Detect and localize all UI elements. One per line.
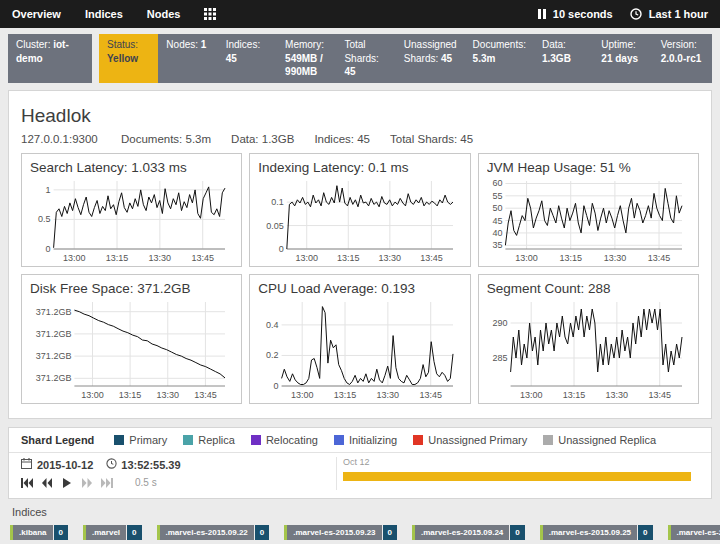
chart-plot-search-latency: 13:0013:1513:3013:4510.50 bbox=[30, 176, 233, 264]
clock-icon bbox=[630, 8, 642, 20]
stat-value: 45 bbox=[441, 53, 452, 64]
badge-index-name: .kibana bbox=[13, 525, 53, 540]
cluster-stat-version: Version: 2.0.0-rc1 bbox=[653, 34, 712, 83]
cluster-stat-memory: Memory: 549MB / 990MB bbox=[277, 34, 336, 83]
stat-label: Memory: bbox=[285, 39, 324, 50]
svg-text:40: 40 bbox=[492, 227, 502, 237]
shard-panel: Shard Legend PrimaryReplicaRelocatingIni… bbox=[8, 427, 712, 499]
badge-shard-count: 0 bbox=[638, 525, 652, 540]
timeline-date[interactable]: 2015-10-12 bbox=[37, 459, 93, 471]
svg-text:13:30: 13:30 bbox=[603, 253, 626, 263]
timeline-track[interactable]: Oct 12 bbox=[336, 457, 699, 490]
node-stat: Data: 1.3GB bbox=[231, 133, 294, 145]
svg-text:0: 0 bbox=[46, 244, 51, 254]
playback-speed[interactable]: 0.5 s bbox=[135, 477, 157, 488]
stat-value: 1.3GB bbox=[542, 53, 571, 64]
svg-text:371.2GB: 371.2GB bbox=[36, 328, 72, 338]
cluster-stat-nodes: Nodes: 1 bbox=[158, 34, 217, 83]
svg-text:13:00: 13:00 bbox=[63, 253, 86, 263]
badge-shard-count: 0 bbox=[54, 525, 68, 540]
pause-icon[interactable] bbox=[538, 9, 546, 19]
chart-title-search-latency: Search Latency: 1.033 ms bbox=[30, 160, 233, 175]
skip-to-end-button[interactable] bbox=[101, 478, 113, 488]
timeline-bar[interactable] bbox=[343, 472, 691, 481]
legend-label: Relocating bbox=[266, 434, 318, 446]
skip-to-start-button[interactable] bbox=[21, 478, 33, 488]
stat-label: Uptime: bbox=[601, 39, 635, 50]
chart-plot-segment-count: 13:0013:1513:3013:45290285 bbox=[487, 297, 690, 401]
svg-text:13:00: 13:00 bbox=[81, 390, 104, 400]
svg-text:13:00: 13:00 bbox=[515, 253, 538, 263]
index-badge-marvel-es-2015-09-22[interactable]: .marvel-es-2015.09.220 bbox=[157, 525, 270, 540]
chart-title-cpu-load-average: CPU Load Average: 0.193 bbox=[258, 281, 461, 296]
legend-swatch-unassigned-primary bbox=[413, 435, 423, 445]
svg-text:13:45: 13:45 bbox=[194, 390, 217, 400]
index-badge-marvel-es-2015-09-24[interactable]: .marvel-es-2015.09.240 bbox=[412, 525, 525, 540]
stat-label: Indices: bbox=[226, 39, 260, 50]
svg-text:0: 0 bbox=[279, 244, 284, 254]
nav-nodes[interactable]: Nodes bbox=[147, 8, 181, 20]
stat-value: 21 days bbox=[601, 53, 638, 64]
legend-item-unassigned-primary: Unassigned Primary bbox=[413, 434, 527, 446]
svg-text:1: 1 bbox=[46, 184, 51, 194]
time-range-selector[interactable]: Last 1 hour bbox=[649, 8, 708, 20]
badge-index-name: .marvel-es-2015.09.24 bbox=[415, 525, 509, 540]
chart-svg-search-latency: 13:0013:1513:3013:4510.50 bbox=[30, 176, 233, 264]
chart-svg-jvm-heap-usage: 13:0013:1513:3013:45605550454035 bbox=[487, 176, 690, 264]
legend-label: Primary bbox=[129, 434, 167, 446]
nav-indices[interactable]: Indices bbox=[85, 8, 123, 20]
step-back-button[interactable] bbox=[41, 478, 53, 488]
stat-label: Total Shards: bbox=[344, 39, 378, 64]
svg-text:13:30: 13:30 bbox=[149, 253, 172, 263]
index-badge-marvel-es-2015-09-25[interactable]: .marvel-es-2015.09.250 bbox=[540, 525, 653, 540]
timeline-time[interactable]: 13:52:55.39 bbox=[121, 459, 180, 471]
node-meta: 127.0.0.1:9300 Documents: 5.3mData: 1.3G… bbox=[21, 133, 699, 145]
calendar-icon bbox=[21, 458, 32, 471]
indices-section: Indices .kibana0.marvel0.marvel-es-2015.… bbox=[10, 506, 710, 544]
legend-label: Unassigned Primary bbox=[428, 434, 527, 446]
chart-panel-indexing-latency: Indexing Latency: 0.1 ms13:0013:1513:301… bbox=[249, 153, 470, 267]
chart-plot-indexing-latency: 13:0013:1513:3013:450.10.050 bbox=[258, 176, 461, 264]
index-badge-marvel-es-2015-09-26[interactable]: .marvel-es-2015.09.260 bbox=[668, 525, 720, 540]
indices-title: Indices bbox=[12, 506, 710, 518]
svg-text:13:15: 13:15 bbox=[337, 253, 360, 263]
timeline-row: 2015-10-12 13:52:55.39 0.5 s Oct 12 bbox=[9, 453, 711, 498]
refresh-interval[interactable]: 10 seconds bbox=[553, 8, 613, 20]
chart-panel-disk-free-space: Disk Free Space: 371.2GB13:0013:1513:301… bbox=[21, 274, 242, 404]
status-value: Yellow bbox=[107, 53, 138, 64]
cluster-stat-unassigned-shards: Unassigned Shards: 45 bbox=[396, 34, 465, 83]
index-badge-kibana[interactable]: .kibana0 bbox=[10, 525, 68, 540]
cluster-status-segment[interactable]: Status: Yellow bbox=[99, 34, 158, 83]
step-forward-button[interactable] bbox=[81, 478, 93, 488]
chart-svg-disk-free-space: 13:0013:1513:3013:45371.2GB371.2GB371.2G… bbox=[30, 297, 233, 401]
timeline-controls: 2015-10-12 13:52:55.39 0.5 s bbox=[21, 457, 336, 490]
play-button[interactable] bbox=[61, 478, 73, 488]
svg-text:13:00: 13:00 bbox=[291, 390, 314, 400]
legend-swatch-primary bbox=[114, 435, 124, 445]
badge-shard-count: 0 bbox=[255, 525, 269, 540]
cluster-stats-group: Status: Yellow Nodes: 1Indices: 45Memory… bbox=[99, 34, 712, 83]
svg-text:13:15: 13:15 bbox=[334, 390, 357, 400]
stat-value: 549MB / 990MB bbox=[285, 53, 323, 78]
legend-swatch-unassigned-replica bbox=[543, 435, 553, 445]
apps-grid-icon[interactable] bbox=[204, 8, 216, 20]
index-badge-marvel-es-2015-09-23[interactable]: .marvel-es-2015.09.230 bbox=[284, 525, 397, 540]
chart-svg-cpu-load-average: 13:0013:1513:3013:450.40.20 bbox=[258, 297, 461, 401]
svg-text:55: 55 bbox=[492, 190, 502, 200]
legend-item-replica: Replica bbox=[183, 434, 235, 446]
node-name[interactable]: Headlok bbox=[21, 105, 699, 127]
svg-text:50: 50 bbox=[492, 203, 502, 213]
cluster-name-segment[interactable]: Cluster: iot-demo bbox=[8, 34, 92, 83]
chart-svg-indexing-latency: 13:0013:1513:3013:450.10.050 bbox=[258, 176, 461, 264]
legend-label: Initializing bbox=[349, 434, 397, 446]
stat-value: 5.3m bbox=[473, 53, 496, 64]
svg-text:13:45: 13:45 bbox=[647, 253, 670, 263]
index-badge-marvel[interactable]: .marvel0 bbox=[83, 525, 141, 540]
svg-text:35: 35 bbox=[492, 240, 502, 250]
nav-overview[interactable]: Overview bbox=[12, 8, 61, 20]
svg-text:13:30: 13:30 bbox=[377, 390, 400, 400]
badge-shard-count: 0 bbox=[383, 525, 397, 540]
stat-value: 1 bbox=[201, 39, 207, 50]
badge-index-name: .marvel-es-2015.09.22 bbox=[160, 525, 254, 540]
small-clock-icon bbox=[106, 458, 117, 471]
